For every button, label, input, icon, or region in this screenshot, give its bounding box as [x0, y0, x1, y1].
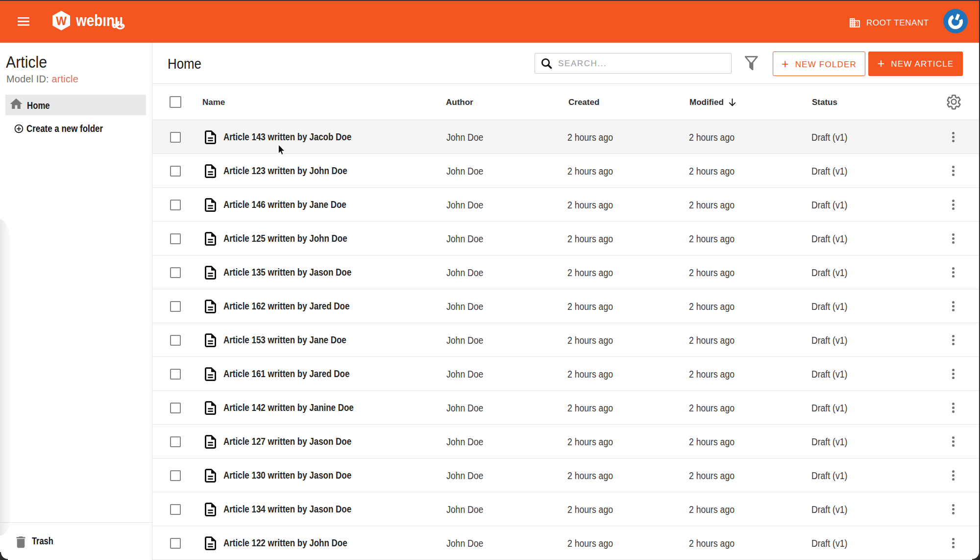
svg-text:W: W [56, 15, 67, 27]
